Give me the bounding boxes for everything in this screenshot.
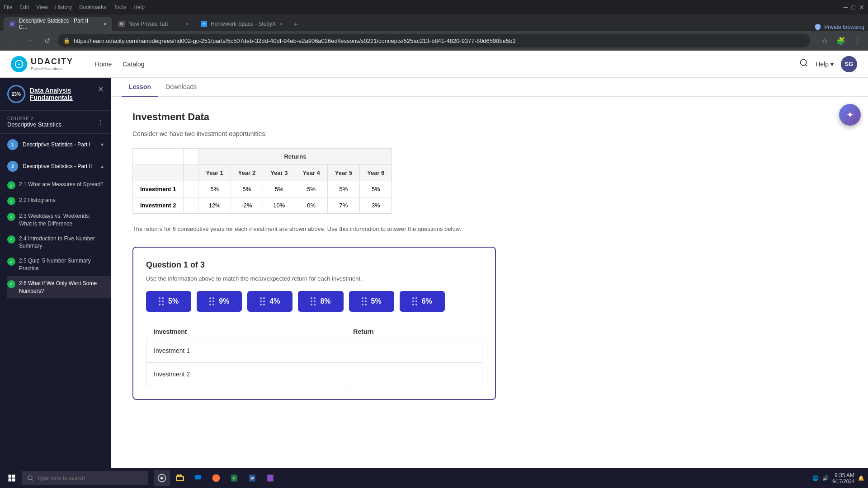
drag-handle-0	[159, 297, 164, 305]
svg-rect-1	[9, 475, 12, 478]
window-close[interactable]: ✕	[859, 4, 864, 11]
taskbar-app-word[interactable]: W	[244, 470, 260, 486]
tab-close-3[interactable]: ✕	[279, 22, 283, 27]
answer-btn-2[interactable]: 4%	[247, 291, 292, 312]
taskbar-app-misc[interactable]	[262, 470, 278, 486]
sidebar-progress: 23% Data Analysis Fundamentals	[7, 85, 98, 103]
ai-assistant-button[interactable]: ✦	[839, 104, 861, 126]
answer-btn-5[interactable]: 6%	[400, 291, 445, 312]
taskbar-clock: 9:35 AM 9/17/2024	[832, 472, 854, 484]
tab-2[interactable]: N New Private Tab ✕	[113, 17, 194, 31]
browser-menu-icon[interactable]: ⋮	[850, 33, 864, 48]
drag-handle-3	[311, 297, 316, 305]
answer-btn-1[interactable]: 9%	[197, 291, 242, 312]
lesson-2-section: 2 Descriptive Statistics - Part II ▴ ✓ 2…	[0, 155, 111, 298]
table-header-name	[133, 165, 184, 181]
tab-close-1[interactable]: ✕	[103, 22, 107, 27]
taskbar-app-explorer[interactable]	[172, 470, 188, 486]
table-header-year3: Year 3	[263, 165, 295, 181]
nav-catalog[interactable]: Catalog	[123, 61, 144, 68]
question-box: Question 1 of 3 Use the information abov…	[132, 247, 496, 400]
tab-downloads[interactable]: Downloads	[158, 78, 204, 97]
taskbar-search-input[interactable]	[37, 475, 143, 481]
tab-active[interactable]: U Descriptive Statistics - Part II - C..…	[4, 17, 112, 31]
lesson-item-2-4[interactable]: ✓ 2.4 Introduction to Five Number Summar…	[7, 231, 111, 254]
menu-view[interactable]: View	[36, 4, 48, 10]
check-icon-2-4: ✓	[7, 235, 15, 244]
menu-history[interactable]: History	[55, 4, 72, 10]
search-button[interactable]	[799, 58, 808, 70]
nav-refresh-button[interactable]: ↺	[40, 33, 54, 48]
avatar[interactable]: SG	[841, 56, 857, 72]
tab-close-2[interactable]: ✕	[185, 22, 189, 27]
investment1-empty	[184, 181, 198, 197]
tab-lesson[interactable]: Lesson	[122, 78, 158, 97]
extensions-icon[interactable]: 🧩	[834, 33, 848, 48]
taskbar-right: 🌐 🔊 9:35 AM 9/17/2024 🔔	[812, 472, 864, 484]
match-return-2[interactable]	[346, 362, 482, 386]
nav-forward-button[interactable]: →	[22, 33, 36, 48]
start-button[interactable]	[4, 470, 20, 486]
nav-home[interactable]: Home	[95, 61, 112, 68]
nav-back-button[interactable]: ←	[4, 33, 18, 48]
main-layout: 23% Data Analysis Fundamentals ✕ COURSE …	[0, 78, 868, 488]
tab-3[interactable]: H Homework Space - StudyX ✕	[195, 17, 288, 31]
logo-text: UDACITY Part of Accenture	[31, 57, 73, 71]
window-maximize[interactable]: □	[852, 4, 855, 11]
sidebar-course-title[interactable]: Data Analysis Fundamentals	[30, 87, 98, 101]
check-icon-2-1: ✓	[7, 181, 15, 189]
address-bar[interactable]: 🔒 https://learn.udacity.com/nanodegrees/…	[58, 34, 810, 47]
menu-file[interactable]: File	[4, 4, 12, 10]
match-investment-1: Investment 1	[146, 339, 346, 362]
taskbar-apps: X W	[154, 470, 278, 486]
menu-bookmarks[interactable]: Bookmarks	[79, 4, 106, 10]
header-nav: Home Catalog	[95, 61, 145, 68]
investment2-y6: 3%	[360, 197, 392, 214]
bookmark-icon[interactable]: ☆	[817, 33, 832, 48]
header-right: Help ▾ SG	[799, 56, 857, 72]
course-menu-button[interactable]: ⋮	[97, 118, 104, 126]
menu-help[interactable]: Help	[133, 4, 145, 10]
lesson-2-number: 2	[7, 161, 18, 172]
tab-label-2: New Private Tab	[128, 21, 168, 27]
tab-favicon-2: N	[118, 21, 125, 27]
drag-handle-5	[412, 297, 417, 305]
lesson-item-2-1[interactable]: ✓ 2.1 What are Measures of Spread?	[7, 177, 111, 193]
tab-favicon-3: H	[201, 21, 207, 27]
investment2-y3: 10%	[263, 197, 295, 214]
nav-right-buttons: ☆ 🧩 ⋮	[817, 33, 864, 48]
check-icon-2-2: ✓	[7, 197, 15, 205]
taskbar-app-cortana[interactable]	[154, 470, 170, 486]
table-header-year6: Year 6	[360, 165, 392, 181]
taskbar-search-bar[interactable]	[22, 471, 148, 485]
svg-rect-13	[267, 475, 274, 482]
window-minimize[interactable]: ─	[844, 4, 848, 11]
lesson-1-header[interactable]: 1 Descriptive Statistics - Part I ▾	[0, 134, 111, 155]
new-tab-button[interactable]: +	[289, 18, 302, 31]
check-icon-2-3: ✓	[7, 213, 15, 221]
lesson-item-2-6[interactable]: ✓ 2.6 What if We Only Want Some Numbers?	[7, 276, 111, 299]
investment1-name: Investment 1	[133, 181, 184, 197]
svg-point-0	[801, 60, 807, 66]
taskbar-app-store[interactable]	[190, 470, 206, 486]
close-sidebar-button[interactable]: ✕	[98, 85, 104, 94]
help-button[interactable]: Help ▾	[816, 61, 834, 68]
taskbar-app-firefox[interactable]	[208, 470, 224, 486]
taskbar-app-excel[interactable]: X	[226, 470, 242, 486]
taskbar-notification-icon[interactable]: 🔔	[858, 475, 864, 481]
lesson-item-2-5[interactable]: ✓ 2.5 Quiz: 5 Number Summary Practice	[7, 253, 111, 276]
lesson-item-label-2-3: 2.3 Weekdays vs. Weekends: What is the D…	[19, 212, 104, 228]
lesson-2-header[interactable]: 2 Descriptive Statistics - Part II ▴	[0, 155, 111, 177]
menu-tools[interactable]: Tools	[113, 4, 126, 10]
answer-btn-0[interactable]: 5%	[146, 291, 191, 312]
menu-edit[interactable]: Edit	[19, 4, 29, 10]
answer-buttons-group: 5% 9% 4%	[146, 291, 482, 312]
taskbar-volume-icon: 🔊	[822, 475, 829, 481]
lesson-item-2-3[interactable]: ✓ 2.3 Weekdays vs. Weekends: What is the…	[7, 209, 111, 231]
lesson-item-2-2[interactable]: ✓ 2.2 Histograms	[7, 193, 111, 209]
drag-handle-4	[362, 297, 367, 305]
answer-btn-3[interactable]: 8%	[298, 291, 343, 312]
match-return-1[interactable]	[346, 339, 482, 362]
answer-btn-4[interactable]: 5%	[349, 291, 394, 312]
info-text: The returns for 6 consecutive years for …	[132, 225, 496, 234]
